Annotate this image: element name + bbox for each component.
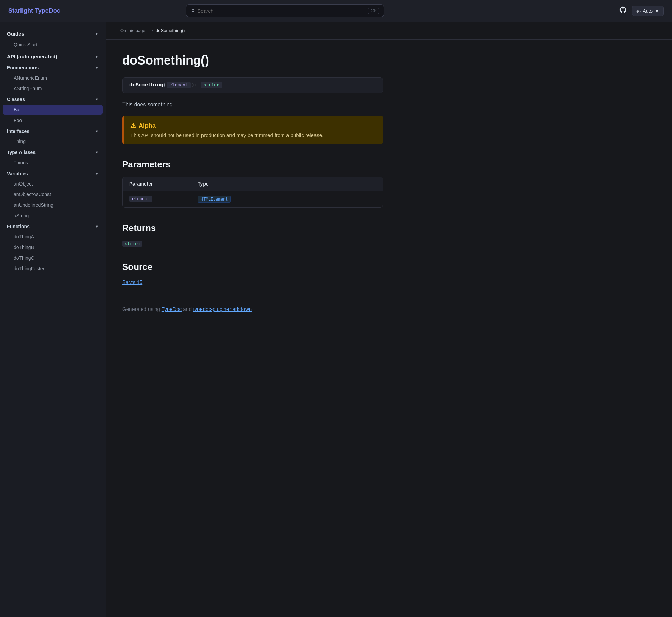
theme-label: Auto <box>643 8 653 14</box>
param-name-cell: element <box>123 191 191 207</box>
typedoc-markdown-link[interactable]: typedoc-plugin-markdown <box>193 306 252 312</box>
sidebar-item-foo[interactable]: Foo <box>3 115 103 125</box>
search-bar[interactable]: ⚲ ⌘K <box>186 4 384 17</box>
breadcrumb: On this page › doSomething() <box>106 22 672 40</box>
returns-section: Returns string <box>122 220 383 247</box>
search-input[interactable] <box>197 8 365 14</box>
param-type-badge[interactable]: HTMLElement <box>198 196 231 203</box>
sidebar-item-anumericenum[interactable]: ANumericEnum <box>3 73 103 83</box>
sidebar-subsection-classes[interactable]: Classes ▼ <box>0 94 106 104</box>
theme-button[interactable]: ◴ Auto ▼ <box>632 6 664 16</box>
sidebar-item-thing[interactable]: Thing <box>3 136 103 147</box>
nav-right: ◴ Auto ▼ <box>619 6 664 16</box>
signature-name: doSomething <box>129 82 163 88</box>
parameters-heading: Parameters <box>122 156 383 170</box>
chevron-down-icon: ▼ <box>95 66 99 70</box>
chevron-down-icon: ▼ <box>95 129 99 133</box>
sidebar: Guides ▼ Quick Start API (auto-generated… <box>0 22 106 617</box>
param-name-badge: element <box>129 196 152 202</box>
sidebar-section-guides-label: Guides <box>7 31 24 37</box>
chevron-down-icon: ▼ <box>95 97 99 101</box>
chevron-down-icon: ▼ <box>655 8 659 14</box>
table-row: element HTMLElement <box>123 191 383 207</box>
monitor-icon: ◴ <box>636 8 641 14</box>
sidebar-subsection-variables[interactable]: Variables ▼ <box>0 168 106 178</box>
footer: Generated using TypeDoc and typedoc-plug… <box>122 298 383 312</box>
topnav: Starlight TypeDoc ⚲ ⌘K ◴ Auto ▼ <box>0 0 672 22</box>
warning-icon: ⚠ <box>130 122 136 129</box>
alpha-description: This API should not be used in productio… <box>130 132 376 138</box>
breadcrumb-current: doSomething() <box>156 28 185 33</box>
sidebar-section-guides[interactable]: Guides ▼ <box>0 27 106 39</box>
page-description: This does something. <box>122 101 383 108</box>
site-title: Starlight TypeDoc <box>8 7 60 14</box>
sidebar-subsection-enumerations-label: Enumerations <box>7 65 39 70</box>
sidebar-subsection-variables-label: Variables <box>7 171 28 176</box>
chevron-down-icon: ▼ <box>95 31 99 36</box>
param-type-cell: HTMLElement <box>191 191 383 207</box>
github-icon[interactable] <box>619 6 627 16</box>
sidebar-item-bar[interactable]: Bar <box>3 105 103 115</box>
alpha-title: ⚠ Alpha <box>130 122 376 129</box>
sidebar-item-anobjectasconst[interactable]: anObjectAsConst <box>3 189 103 200</box>
col-parameter: Parameter <box>123 177 191 191</box>
signature-param: element <box>167 82 191 88</box>
sidebar-subsection-interfaces[interactable]: Interfaces ▼ <box>0 126 106 136</box>
function-signature: doSomething(element): string <box>122 77 383 93</box>
sidebar-item-anobject[interactable]: anObject <box>3 179 103 189</box>
sidebar-subsection-classes-label: Classes <box>7 97 25 102</box>
sidebar-subsection-functions-label: Functions <box>7 224 30 229</box>
signature-return-type: string <box>201 82 222 88</box>
sidebar-subsection-type-aliases-label: Type Aliases <box>7 150 36 155</box>
content-area: doSomething() doSomething(element): stri… <box>106 40 400 332</box>
typedoc-link[interactable]: TypeDoc <box>162 306 182 312</box>
sidebar-item-dothingc[interactable]: doThingC <box>3 253 103 263</box>
col-type: Type <box>191 177 383 191</box>
returns-heading: Returns <box>122 220 383 233</box>
source-heading: Source <box>122 259 383 272</box>
chevron-down-icon: ▼ <box>95 224 99 229</box>
breadcrumb-chevron-icon: › <box>152 28 153 33</box>
chevron-down-icon: ▼ <box>95 54 99 59</box>
sidebar-item-dothinga[interactable]: doThingA <box>3 232 103 242</box>
breadcrumb-on-this-page[interactable]: On this page <box>117 27 149 35</box>
source-section: Source Bar.ts:15 <box>122 259 383 285</box>
chevron-down-icon: ▼ <box>95 172 99 176</box>
return-type-badge: string <box>122 241 142 247</box>
layout: Guides ▼ Quick Start API (auto-generated… <box>0 22 672 617</box>
sidebar-item-dothingb[interactable]: doThingB <box>3 242 103 252</box>
parameters-table: Parameter Type element HTMLElement <box>122 177 383 208</box>
sidebar-item-quick-start[interactable]: Quick Start <box>3 40 103 50</box>
search-icon: ⚲ <box>191 8 195 14</box>
sidebar-section-api[interactable]: API (auto-generated) ▼ <box>0 50 106 62</box>
sidebar-item-dothingfaster[interactable]: doThingFaster <box>3 263 103 274</box>
search-shortcut: ⌘K <box>368 8 379 14</box>
alpha-title-text: Alpha <box>139 122 156 129</box>
sidebar-item-things[interactable]: Things <box>3 157 103 168</box>
alpha-warning: ⚠ Alpha This API should not be used in p… <box>122 116 383 144</box>
sidebar-item-astring[interactable]: aString <box>3 210 103 221</box>
chevron-down-icon: ▼ <box>95 150 99 154</box>
page-title: doSomething() <box>122 53 383 68</box>
sidebar-subsection-type-aliases[interactable]: Type Aliases ▼ <box>0 147 106 157</box>
sidebar-item-anundefinedstring[interactable]: anUndefinedString <box>3 200 103 210</box>
sidebar-subsection-functions[interactable]: Functions ▼ <box>0 221 106 231</box>
sidebar-section-api-label: API (auto-generated) <box>7 54 57 59</box>
table-header: Parameter Type <box>123 177 383 191</box>
main-content: On this page › doSomething() doSomething… <box>106 22 672 617</box>
sidebar-subsection-enumerations[interactable]: Enumerations ▼ <box>0 62 106 72</box>
sidebar-item-astringenum[interactable]: AStringEnum <box>3 83 103 94</box>
sidebar-subsection-interfaces-label: Interfaces <box>7 128 29 134</box>
source-link[interactable]: Bar.ts:15 <box>122 279 142 285</box>
